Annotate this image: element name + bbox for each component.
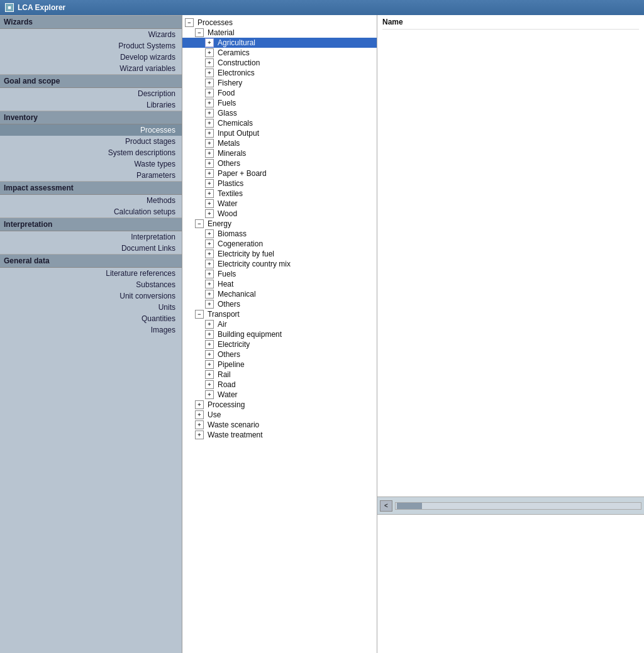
sidebar-item-processes[interactable]: Processes <box>0 124 182 136</box>
expand-icon-agricultural[interactable]: + <box>205 38 214 47</box>
tree-node-plastics[interactable]: +Plastics <box>182 178 377 189</box>
expand-icon-others-transport[interactable]: + <box>205 350 214 359</box>
sidebar-item-images[interactable]: Images <box>0 324 182 336</box>
tree-node-fuels-energy[interactable]: +Fuels <box>182 269 377 279</box>
tree-node-agricultural[interactable]: +Agricultural <box>182 38 377 48</box>
expand-icon-wood[interactable]: + <box>205 209 214 218</box>
tree-node-use[interactable]: +Use <box>182 410 377 420</box>
expand-icon-electronics[interactable]: + <box>205 69 214 77</box>
tree-node-fuels-mat[interactable]: +Fuels <box>182 98 377 108</box>
expand-icon-electricity-transport[interactable]: + <box>205 340 214 349</box>
sidebar-section-wizards[interactable]: Wizards <box>0 15 182 29</box>
sidebar-item-interpretation-item[interactable]: Interpretation <box>0 231 182 243</box>
expand-icon-air[interactable]: + <box>205 320 214 329</box>
sidebar-item-wizard-variables[interactable]: Wizard variables <box>0 63 182 74</box>
expand-icon-heat[interactable]: + <box>205 280 214 288</box>
tree-node-glass[interactable]: +Glass <box>182 108 377 118</box>
tree-node-material[interactable]: −Material <box>182 28 377 38</box>
sidebar-item-units[interactable]: Units <box>0 302 182 313</box>
sidebar-item-product-stages[interactable]: Product stages <box>0 136 182 147</box>
sidebar-section-goal-and-scope[interactable]: Goal and scope <box>0 74 182 88</box>
tree-node-ceramics[interactable]: +Ceramics <box>182 48 377 58</box>
sidebar-item-product-systems[interactable]: Product Systems <box>0 40 182 52</box>
sidebar-item-waste-types[interactable]: Waste types <box>0 158 182 170</box>
tree-node-chemicals[interactable]: +Chemicals <box>182 118 377 128</box>
tree-node-electricity-by-fuel[interactable]: +Electricity by fuel <box>182 249 377 259</box>
tree-node-biomass[interactable]: +Biomass <box>182 229 377 239</box>
expand-icon-electricity-by-fuel[interactable]: + <box>205 250 214 258</box>
expand-icon-biomass[interactable]: + <box>205 229 214 238</box>
sidebar-section-impact-assessment[interactable]: Impact assessment <box>0 181 182 195</box>
sidebar-item-system-descriptions[interactable]: System descriptions <box>0 147 182 158</box>
tree-node-paper-board[interactable]: +Paper + Board <box>182 168 377 178</box>
tree-node-others-transport[interactable]: +Others <box>182 349 377 359</box>
expand-icon-processes-root[interactable]: − <box>185 18 194 27</box>
tree-node-transport[interactable]: −Transport <box>182 309 377 319</box>
expand-icon-glass[interactable]: + <box>205 109 214 118</box>
sidebar-item-develop-wizards[interactable]: Develop wizards <box>0 52 182 63</box>
scroll-track[interactable] <box>395 502 641 510</box>
sidebar-item-unit-conversions[interactable]: Unit conversions <box>0 290 182 302</box>
sidebar-item-description[interactable]: Description <box>0 88 182 99</box>
tree-node-fishery[interactable]: +Fishery <box>182 78 377 88</box>
tree-node-food[interactable]: +Food <box>182 88 377 98</box>
expand-icon-processing[interactable]: + <box>195 400 204 409</box>
sidebar-item-calculation-setups[interactable]: Calculation setups <box>0 206 182 217</box>
expand-icon-mechanical[interactable]: + <box>205 290 214 299</box>
sidebar-item-literature-references[interactable]: Literature references <box>0 268 182 279</box>
expand-icon-cogeneration[interactable]: + <box>205 239 214 248</box>
tree-node-minerals[interactable]: +Minerals <box>182 148 377 158</box>
sidebar-item-substances[interactable]: Substances <box>0 279 182 290</box>
expand-icon-use[interactable]: + <box>195 410 204 419</box>
tree-node-input-output[interactable]: +Input Output <box>182 128 377 138</box>
tree-node-waste-scenario[interactable]: +Waste scenario <box>182 420 377 430</box>
tree-node-energy[interactable]: −Energy <box>182 219 377 229</box>
tree-node-metals[interactable]: +Metals <box>182 138 377 148</box>
sidebar-item-quantities[interactable]: Quantities <box>0 313 182 324</box>
sidebar-item-wizards-item[interactable]: Wizards <box>0 29 182 40</box>
tree-node-cogeneration[interactable]: +Cogeneration <box>182 239 377 249</box>
expand-icon-others-energy[interactable]: + <box>205 300 214 309</box>
tree-node-textiles[interactable]: +Textiles <box>182 189 377 199</box>
expand-icon-textiles[interactable]: + <box>205 189 214 198</box>
expand-icon-metals[interactable]: + <box>205 139 214 148</box>
expand-icon-ceramics[interactable]: + <box>205 48 214 57</box>
expand-icon-material[interactable]: − <box>195 28 204 37</box>
scroll-thumb[interactable] <box>397 503 422 509</box>
expand-icon-waste-scenario[interactable]: + <box>195 420 204 429</box>
tree-node-processing[interactable]: +Processing <box>182 400 377 410</box>
sidebar-item-libraries[interactable]: Libraries <box>0 99 182 111</box>
expand-icon-fishery[interactable]: + <box>205 79 214 87</box>
tree-node-electronics[interactable]: +Electronics <box>182 68 377 78</box>
expand-icon-building-equipment[interactable]: + <box>205 330 214 339</box>
expand-icon-food[interactable]: + <box>205 89 214 97</box>
sidebar-item-parameters[interactable]: Parameters <box>0 170 182 181</box>
tree-node-building-equipment[interactable]: +Building equipment <box>182 329 377 339</box>
tree-node-water-transport[interactable]: +Water <box>182 390 377 400</box>
scroll-left-button[interactable]: < <box>380 500 392 512</box>
expand-icon-input-output[interactable]: + <box>205 129 214 138</box>
expand-icon-rail[interactable]: + <box>205 370 214 379</box>
expand-icon-fuels-energy[interactable]: + <box>205 270 214 278</box>
expand-icon-transport[interactable]: − <box>195 310 204 319</box>
tree-node-others-energy[interactable]: +Others <box>182 299 377 309</box>
tree-node-electricity-transport[interactable]: +Electricity <box>182 339 377 349</box>
expand-icon-road[interactable]: + <box>205 380 214 389</box>
expand-icon-waste-treatment[interactable]: + <box>195 431 204 439</box>
expand-icon-fuels-mat[interactable]: + <box>205 99 214 107</box>
sidebar-section-inventory[interactable]: Inventory <box>0 111 182 124</box>
tree-node-water-mat[interactable]: +Water <box>182 199 377 209</box>
tree-node-air[interactable]: +Air <box>182 319 377 329</box>
tree-node-road[interactable]: +Road <box>182 380 377 390</box>
expand-icon-energy[interactable]: − <box>195 219 204 228</box>
expand-icon-construction[interactable]: + <box>205 58 214 67</box>
sidebar-section-interpretation[interactable]: Interpretation <box>0 217 182 231</box>
tree-node-electricity-country-mix[interactable]: +Electricity country mix <box>182 259 377 269</box>
expand-icon-paper-board[interactable]: + <box>205 169 214 178</box>
expand-icon-electricity-country-mix[interactable]: + <box>205 260 214 268</box>
expand-icon-chemicals[interactable]: + <box>205 119 214 128</box>
tree-node-rail[interactable]: +Rail <box>182 370 377 380</box>
tree-node-processes-root[interactable]: −Processes <box>182 18 377 28</box>
tree-node-waste-treatment[interactable]: +Waste treatment <box>182 430 377 440</box>
expand-icon-pipeline[interactable]: + <box>205 360 214 369</box>
